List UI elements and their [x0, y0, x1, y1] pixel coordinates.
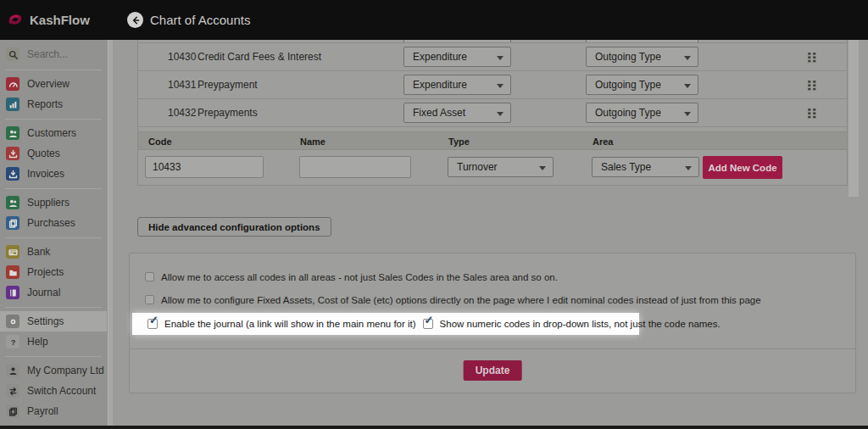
- new-code-form-row: Turnover Sales Type Add New Code: [138, 150, 847, 185]
- highlighted-options: ✓Enable the journal (a link will show in…: [147, 319, 727, 329]
- sidebar-item-bank[interactable]: Bank: [0, 242, 107, 262]
- account-code: 10432: [168, 107, 196, 119]
- download-tray-icon: [6, 147, 19, 160]
- drag-handle-icon[interactable]: [806, 108, 817, 119]
- sidebar-item-suppliers[interactable]: Suppliers: [0, 192, 107, 213]
- checkbox-checked[interactable]: ✓: [423, 319, 433, 329]
- options-list: Allow me to access all codes in all area…: [130, 265, 855, 311]
- sidebar-item-search[interactable]: Search...: [0, 43, 107, 65]
- sidebar-item-label: Payroll: [27, 405, 58, 417]
- folder-icon: [6, 265, 19, 279]
- sidebar-item-payroll[interactable]: Payroll: [0, 401, 107, 421]
- gear-icon: [6, 315, 19, 328]
- sidebar-scrollbar[interactable]: [108, 40, 113, 426]
- drag-handle-icon[interactable]: [806, 80, 817, 91]
- table-scrollbar[interactable]: [848, 40, 859, 197]
- sidebar-item-customers[interactable]: Customers: [0, 123, 107, 143]
- area-select[interactable]: Outgoing Type: [586, 75, 698, 95]
- check-icon: ✓: [149, 315, 159, 326]
- divider: [130, 348, 855, 349]
- sidebar-item-label: Projects: [27, 266, 64, 278]
- sidebar-item-label: Quotes: [27, 148, 60, 159]
- sidebar-item-settings[interactable]: Settings: [0, 311, 107, 332]
- new-code-header-row: Code Name Type Area: [138, 131, 847, 150]
- brand-name: KashFlow: [30, 13, 90, 27]
- sidebar-item-help[interactable]: ?Help: [0, 332, 107, 352]
- new-name-input[interactable]: [299, 156, 411, 178]
- sidebar-items: Search...OverviewReportsCustomersQuotesI…: [0, 43, 107, 426]
- highlighted-option: ✓Show numeric codes in drop-down lists, …: [423, 319, 721, 329]
- swap-arrows-icon: [6, 384, 19, 398]
- option-row: Allow me to access all codes in all area…: [130, 265, 855, 288]
- people-icon: [6, 196, 19, 209]
- sidebar-item-purchases[interactable]: Purchases: [0, 213, 107, 233]
- new-area-select[interactable]: Sales Type: [592, 157, 699, 177]
- sidebar-item-label: Purchases: [27, 217, 75, 229]
- sidebar-divider: [5, 119, 102, 120]
- sidebar-item-label: Help: [27, 336, 48, 348]
- checkbox-checked[interactable]: ✓: [147, 319, 158, 329]
- chevron-down-icon: [497, 112, 504, 116]
- option-label: Enable the journal (a link will show in …: [164, 319, 416, 329]
- sidebar-item-projects[interactable]: Projects: [0, 262, 107, 282]
- type-select[interactable]: Fixed Asset: [403, 103, 511, 123]
- drag-handle-icon[interactable]: [806, 52, 817, 63]
- back-button[interactable]: [127, 12, 143, 28]
- type-select[interactable]: Expenditure: [403, 47, 511, 67]
- account-row: 10432PrepaymentsFixed AssetOutgoing Type: [138, 99, 847, 127]
- page-title: Chart of Accounts: [150, 13, 250, 27]
- checkbox-unchecked[interactable]: [145, 272, 154, 281]
- checkbox-unchecked[interactable]: [145, 295, 154, 304]
- sidebar-item-overview[interactable]: Overview: [0, 74, 107, 94]
- chevron-down-icon: [497, 84, 504, 88]
- sidebar-item-label: Overview: [27, 78, 70, 90]
- chevron-down-icon: [684, 84, 691, 88]
- back-arrow-icon: [131, 13, 140, 28]
- chevron-down-icon: [684, 112, 691, 116]
- sidebar-item-label: Settings: [27, 315, 64, 327]
- account-rows: 10430Credit Card Fees & InterestExpendit…: [138, 43, 847, 127]
- sidebar-item-invoices[interactable]: Invoices: [0, 164, 107, 184]
- people-icon: [6, 126, 19, 140]
- search-icon: [6, 47, 19, 61]
- sidebar-item-label: Invoices: [27, 168, 64, 180]
- sidebar-item-journal[interactable]: Journal: [0, 282, 107, 303]
- sidebar-divider: [5, 70, 102, 70]
- sidebar-item-label: Search...: [27, 48, 68, 60]
- account-name: Credit Card Fees & Interest: [198, 51, 321, 63]
- hide-advanced-options-button[interactable]: Hide advanced configuration options: [137, 217, 331, 237]
- add-new-code-button[interactable]: Add New Code: [703, 156, 782, 179]
- sidebar-item-label: Switch Account: [27, 385, 96, 397]
- area-select[interactable]: Outgoing Type: [586, 103, 698, 123]
- sidebar-item-label: Suppliers: [27, 197, 70, 209]
- account-row: 10431PreypaymentExpenditureOutgoing Type: [138, 71, 847, 99]
- accounts-table-panel: 10430Credit Card Fees & InterestExpendit…: [137, 40, 848, 186]
- sidebar: Search...OverviewReportsCustomersQuotesI…: [0, 40, 113, 426]
- sidebar-item-label: My Company Ltd: [27, 365, 104, 376]
- advanced-options-panel: Allow me to access all codes in all area…: [129, 253, 856, 393]
- top-bar: KashFlow Chart of Accounts: [0, 0, 868, 40]
- gauge-icon: [6, 77, 19, 91]
- account-row: 10430Credit Card Fees & InterestExpendit…: [138, 43, 847, 71]
- sidebar-item-reports[interactable]: Reports: [0, 94, 107, 114]
- option-label: Allow me to configure Fixed Assets, Cost…: [161, 295, 761, 305]
- sidebar-item-label: Reports: [27, 98, 63, 110]
- sidebar-item-switch-account[interactable]: Switch Account: [0, 381, 107, 401]
- update-button[interactable]: Update: [464, 360, 522, 381]
- highlighted-option: ✓Enable the journal (a link will show in…: [147, 319, 416, 329]
- chevron-down-icon: [539, 166, 546, 170]
- new-code-input[interactable]: [145, 156, 264, 178]
- account-name: Prepayments: [198, 107, 258, 119]
- svg-text:?: ?: [10, 337, 15, 346]
- sidebar-item-label: Bank: [27, 246, 50, 258]
- sidebar-item-quotes[interactable]: Quotes: [0, 143, 107, 164]
- option-label: Show numeric codes in drop-down lists, n…: [440, 319, 721, 329]
- new-type-select[interactable]: Turnover: [448, 157, 554, 177]
- brand[interactable]: KashFlow: [8, 12, 90, 27]
- sidebar-item-label: Journal: [27, 287, 60, 298]
- highlighted-options-row: ✓Enable the journal (a link will show in…: [132, 313, 639, 335]
- account-code: 10430: [168, 51, 196, 63]
- sidebar-item-my-company[interactable]: My Company Ltd: [0, 360, 107, 381]
- type-select[interactable]: Expenditure: [403, 75, 511, 95]
- area-select[interactable]: Outgoing Type: [586, 47, 698, 67]
